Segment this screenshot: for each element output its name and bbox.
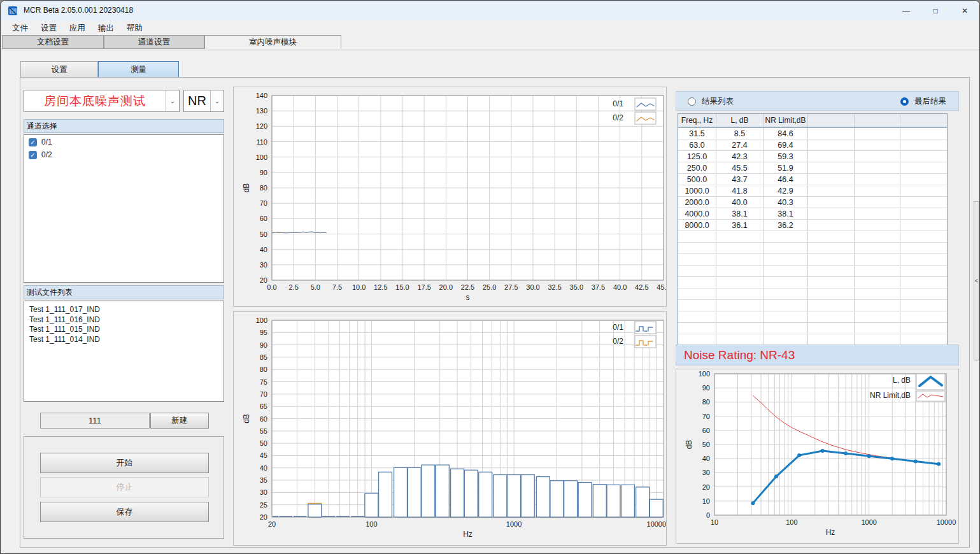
table-cell[interactable]	[716, 231, 763, 242]
table-cell[interactable]	[808, 139, 855, 150]
table-cell[interactable]	[763, 288, 808, 299]
table-cell[interactable]: 38.1	[716, 208, 763, 219]
table-row[interactable]: 250.045.551.9	[678, 162, 947, 174]
table-cell[interactable]	[808, 254, 855, 265]
collapse-panel-button[interactable]: <	[974, 201, 979, 360]
table-cell[interactable]	[716, 334, 763, 345]
table-cell[interactable]	[763, 323, 808, 334]
table-cell[interactable]	[763, 231, 808, 242]
table-cell[interactable]	[900, 174, 946, 185]
table-cell[interactable]	[900, 288, 946, 299]
menu-item-3[interactable]: 输出	[92, 22, 120, 35]
table-cell[interactable]	[763, 243, 808, 253]
table-cell[interactable]	[716, 300, 763, 311]
test-file-item[interactable]: Test 1_111_017_IND	[24, 305, 224, 315]
table-cell[interactable]	[808, 220, 855, 231]
table-row[interactable]: 8000.036.136.2	[678, 220, 947, 231]
table-cell[interactable]	[855, 220, 900, 231]
tab-2[interactable]: 室内噪声模块	[204, 35, 341, 49]
table-cell[interactable]	[763, 334, 808, 345]
subtab-measure[interactable]: 测量	[98, 61, 179, 78]
minimize-button[interactable]: —	[891, 1, 921, 21]
table-cell[interactable]	[716, 254, 763, 265]
table-cell[interactable]	[716, 311, 763, 322]
channel-item[interactable]: ✓0/1	[29, 136, 224, 148]
table-cell[interactable]: 51.9	[763, 162, 808, 173]
table-cell[interactable]: 125.0	[678, 151, 716, 162]
stop-button[interactable]: 停止	[40, 477, 209, 497]
table-cell[interactable]	[900, 151, 946, 162]
table-row[interactable]: 2000.040.040.3	[678, 197, 947, 208]
chevron-down-icon[interactable]: ⌄	[166, 90, 179, 111]
radio-selected-icon[interactable]	[900, 97, 909, 106]
table-cell[interactable]	[900, 243, 946, 253]
table-cell[interactable]	[855, 254, 900, 265]
table-cell[interactable]: 250.0	[678, 162, 716, 173]
chevron-down-icon[interactable]: ⌄	[210, 90, 224, 111]
table-cell[interactable]	[808, 197, 855, 208]
table-cell[interactable]	[855, 334, 900, 345]
table-cell[interactable]	[855, 208, 900, 219]
table-cell[interactable]	[855, 243, 900, 253]
table-cell[interactable]	[855, 323, 900, 334]
test-file-item[interactable]: Test 1_111_016_IND	[24, 315, 224, 325]
table-cell[interactable]: 40.3	[763, 197, 808, 208]
table-cell[interactable]	[808, 323, 855, 334]
table-cell[interactable]	[900, 323, 946, 334]
table-cell[interactable]	[808, 277, 855, 288]
table-cell[interactable]	[855, 151, 900, 162]
table-cell[interactable]: 42.3	[716, 151, 763, 162]
table-cell[interactable]	[900, 311, 946, 322]
table-cell[interactable]: 27.4	[716, 139, 763, 150]
table-cell[interactable]	[716, 266, 763, 276]
table-cell[interactable]	[808, 162, 855, 173]
menu-item-4[interactable]: 帮助	[120, 22, 149, 35]
table-empty-row[interactable]	[678, 243, 947, 254]
subtab-settings[interactable]: 设置	[20, 61, 98, 78]
radio-unselected-icon[interactable]	[688, 97, 696, 106]
table-cell[interactable]	[808, 300, 855, 311]
table-cell[interactable]: 84.6	[763, 128, 808, 139]
table-cell[interactable]	[900, 266, 946, 276]
table-empty-row[interactable]	[678, 323, 947, 334]
table-cell[interactable]	[900, 128, 946, 139]
table-cell[interactable]: 59.3	[763, 151, 808, 162]
table-cell[interactable]: 36.1	[716, 220, 763, 231]
start-button[interactable]: 开始	[40, 453, 209, 473]
table-cell[interactable]	[900, 220, 946, 231]
tab-1[interactable]: 通道设置	[104, 35, 204, 49]
table-row[interactable]: 500.043.746.4	[678, 174, 947, 185]
table-cell[interactable]	[900, 300, 946, 311]
menu-item-1[interactable]: 设置	[34, 22, 63, 35]
table-empty-row[interactable]	[678, 254, 947, 266]
table-cell[interactable]	[763, 300, 808, 311]
table-cell[interactable]	[678, 243, 716, 253]
save-button[interactable]: 保存	[40, 502, 209, 522]
test-file-item[interactable]: Test 1_111_015_IND	[24, 325, 224, 335]
test-name-input[interactable]: 111	[40, 413, 150, 429]
table-cell[interactable]: 69.4	[763, 139, 808, 150]
table-cell[interactable]	[678, 334, 716, 345]
table-cell[interactable]	[808, 243, 855, 253]
menu-item-0[interactable]: 文件	[6, 22, 34, 35]
table-cell[interactable]	[855, 231, 900, 242]
table-cell[interactable]	[808, 151, 855, 162]
channel-item[interactable]: ✓0/2	[29, 149, 224, 160]
table-cell[interactable]	[900, 254, 946, 265]
table-cell[interactable]	[763, 311, 808, 322]
table-cell[interactable]	[678, 288, 716, 299]
checkbox-checked-icon[interactable]: ✓	[29, 138, 37, 146]
table-empty-row[interactable]	[678, 231, 947, 243]
table-cell[interactable]	[678, 254, 716, 265]
table-row[interactable]: 1000.041.842.9	[678, 185, 947, 197]
table-cell[interactable]	[808, 266, 855, 276]
table-cell[interactable]	[763, 277, 808, 288]
table-cell[interactable]	[678, 231, 716, 242]
table-empty-row[interactable]	[678, 277, 947, 288]
table-cell[interactable]	[678, 311, 716, 322]
table-cell[interactable]: 36.2	[763, 220, 808, 231]
test-file-item[interactable]: Test 1_111_014_IND	[24, 335, 224, 345]
table-cell[interactable]	[808, 288, 855, 299]
table-cell[interactable]	[808, 128, 855, 139]
table-empty-row[interactable]	[678, 266, 947, 277]
